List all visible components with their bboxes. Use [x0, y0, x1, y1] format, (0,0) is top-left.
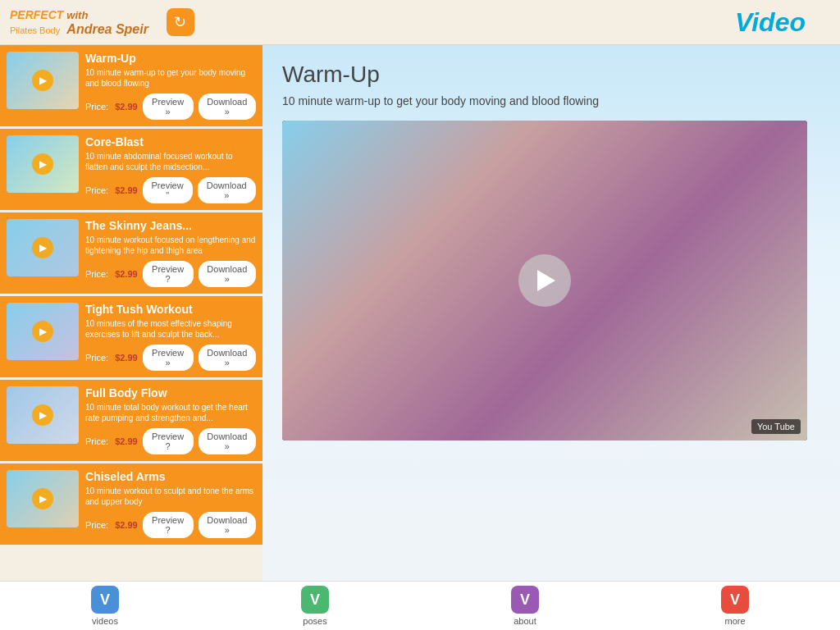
video-background: You Tube: [282, 121, 807, 441]
nav-icon-poses: V: [301, 586, 329, 614]
preview-button-5[interactable]: Preview ?: [143, 428, 194, 454]
download-button-6[interactable]: Download »: [199, 512, 256, 538]
item-thumbnail-3: ▶: [7, 219, 79, 276]
logo-area: PERFECT Pilates Body with Andrea Speir ↻: [10, 7, 194, 37]
preview-button-1[interactable]: Preview »: [143, 94, 194, 120]
video-description: 10 minute warm-up to get your body movin…: [282, 94, 820, 107]
video-detail-area: Warm-Up 10 minute warm-up to get your bo…: [262, 45, 840, 581]
price-value-3: $2.99: [115, 269, 138, 279]
price-label-3: Price:: [85, 269, 108, 279]
item-content-5: Full Body Flow 10 minute total body work…: [85, 386, 256, 454]
nav-item-videos[interactable]: V videos: [0, 581, 210, 630]
nav-item-poses[interactable]: V poses: [210, 581, 420, 630]
video-list-sidebar: ▶ Warm-Up 10 minute warm-up to get your …: [0, 45, 262, 581]
nav-icon-videos: V: [91, 586, 119, 614]
price-value-5: $2.99: [115, 436, 138, 446]
price-label-1: Price:: [85, 102, 108, 112]
logo-name: Andrea Speir: [66, 22, 148, 36]
logo-text: PERFECT Pilates Body: [10, 7, 63, 37]
item-title-2: Core-Blast: [85, 135, 256, 148]
price-label-4: Price:: [85, 353, 108, 363]
thumb-play-icon-6: ▶: [32, 488, 53, 509]
item-actions-1: Price: $2.99 Preview » Download »: [85, 94, 256, 120]
download-button-2[interactable]: Download »: [198, 177, 256, 203]
item-title-6: Chiseled Arms: [85, 470, 256, 483]
price-label-2: Price:: [85, 185, 108, 195]
item-desc-5: 10 minute total body workout to get the …: [85, 402, 256, 423]
item-title-4: Tight Tush Workout: [85, 303, 256, 316]
nav-label-about: about: [514, 616, 536, 626]
sidebar-item-3[interactable]: ▶ The Skinny Jeans... 10 minute workout …: [0, 212, 262, 296]
item-title-5: Full Body Flow: [85, 386, 256, 399]
item-actions-6: Price: $2.99 Preview ? Download »: [85, 512, 256, 538]
download-button-1[interactable]: Download »: [199, 94, 256, 120]
preview-button-3[interactable]: Preview ?: [143, 261, 194, 287]
item-desc-3: 10 minute workout focused on lengthening…: [85, 235, 256, 256]
item-title-3: The Skinny Jeans...: [85, 219, 256, 232]
preview-button-2[interactable]: Preview ": [143, 177, 193, 203]
download-button-4[interactable]: Download »: [199, 345, 256, 371]
price-label-6: Price:: [85, 520, 108, 530]
sidebar-item-2[interactable]: ▶ Core-Blast 10 minute abdominal focused…: [0, 129, 262, 212]
sidebar-item-1[interactable]: ▶ Warm-Up 10 minute warm-up to get your …: [0, 45, 262, 129]
item-actions-3: Price: $2.99 Preview ? Download »: [85, 261, 256, 287]
preview-button-6[interactable]: Preview ?: [143, 512, 194, 538]
thumb-play-icon-4: ▶: [32, 321, 53, 342]
item-content-6: Chiseled Arms 10 minute workout to sculp…: [85, 470, 256, 538]
nav-icon-more: V: [721, 586, 749, 614]
item-thumbnail-6: ▶: [7, 470, 79, 527]
nav-label-videos: videos: [92, 616, 118, 626]
item-thumbnail-1: ▶: [7, 52, 79, 109]
nav-label-more: more: [724, 616, 745, 626]
price-value-2: $2.99: [115, 185, 138, 195]
item-content-3: The Skinny Jeans... 10 minute workout fo…: [85, 219, 256, 287]
refresh-button[interactable]: ↻: [167, 8, 194, 36]
bottom-navigation: V videos V poses V about V more: [0, 581, 840, 630]
thumb-play-icon-5: ▶: [32, 404, 53, 426]
logo-with: with: [66, 9, 88, 21]
item-desc-1: 10 minute warm-up to get your body movin…: [85, 67, 256, 89]
price-value-6: $2.99: [115, 520, 138, 530]
nav-label-poses: poses: [303, 616, 326, 626]
thumb-play-icon-1: ▶: [32, 70, 53, 91]
section-title: Video: [735, 7, 806, 38]
thumb-play-icon-3: ▶: [32, 237, 53, 258]
download-button-3[interactable]: Download »: [199, 261, 256, 287]
item-desc-2: 10 minute abdominal focused workout to f…: [85, 151, 256, 172]
item-thumbnail-4: ▶: [7, 303, 79, 360]
video-title: Warm-Up: [282, 62, 820, 88]
item-desc-4: 10 minutes of the most effective shaping…: [85, 318, 256, 340]
play-button[interactable]: [518, 254, 571, 307]
app-header: PERFECT Pilates Body with Andrea Speir ↻…: [0, 0, 840, 45]
logo-pilates: Pilates Body: [10, 25, 60, 35]
sidebar-item-6[interactable]: ▶ Chiseled Arms 10 minute workout to scu…: [0, 463, 262, 547]
item-actions-2: Price: $2.99 Preview " Download »: [85, 177, 256, 203]
nav-item-more[interactable]: V more: [630, 581, 840, 630]
item-actions-4: Price: $2.99 Preview » Download »: [85, 345, 256, 371]
price-value-4: $2.99: [115, 353, 138, 363]
item-content-4: Tight Tush Workout 10 minutes of the mos…: [85, 303, 256, 371]
item-thumbnail-5: ▶: [7, 386, 79, 444]
thumb-play-icon-2: ▶: [32, 153, 53, 175]
item-content-1: Warm-Up 10 minute warm-up to get your bo…: [85, 52, 256, 120]
main-content: ▶ Warm-Up 10 minute warm-up to get your …: [0, 45, 840, 581]
preview-button-4[interactable]: Preview »: [143, 345, 194, 371]
youtube-badge: You Tube: [751, 419, 801, 434]
logo-name-area: with Andrea Speir: [66, 7, 148, 37]
logo-perfect: PERFECT: [10, 8, 63, 21]
item-thumbnail-2: ▶: [7, 135, 79, 193]
nav-icon-about: V: [511, 586, 539, 614]
sidebar-item-5[interactable]: ▶ Full Body Flow 10 minute total body wo…: [0, 380, 262, 463]
video-player[interactable]: You Tube: [282, 121, 807, 441]
nav-item-about[interactable]: V about: [420, 581, 630, 630]
price-label-5: Price:: [85, 436, 108, 446]
item-content-2: Core-Blast 10 minute abdominal focused w…: [85, 135, 256, 203]
item-desc-6: 10 minute workout to sculpt and tone the…: [85, 486, 256, 507]
item-actions-5: Price: $2.99 Preview ? Download »: [85, 428, 256, 454]
price-value-1: $2.99: [115, 102, 138, 112]
download-button-5[interactable]: Download »: [199, 428, 256, 454]
item-title-1: Warm-Up: [85, 52, 256, 65]
sidebar-item-4[interactable]: ▶ Tight Tush Workout 10 minutes of the m…: [0, 296, 262, 380]
